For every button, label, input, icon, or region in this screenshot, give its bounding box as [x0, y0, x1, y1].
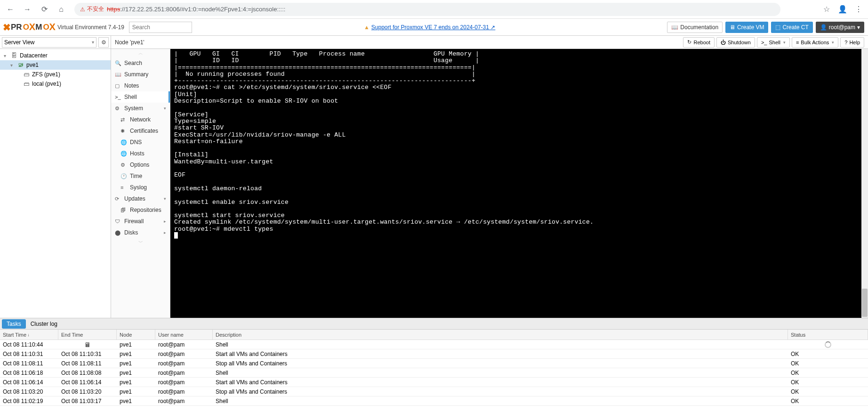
cell-node: pve1	[117, 387, 155, 396]
storage-icon: 🗃	[23, 71, 30, 78]
tab-tasks[interactable]: Tasks	[2, 319, 26, 329]
bulk-actions-button[interactable]: ≡Bulk Actions▾	[792, 37, 838, 48]
shutdown-button[interactable]: ⏻Shutdown	[716, 37, 755, 48]
cell-user: root@pam	[155, 359, 213, 368]
sort-down-icon: ↓	[27, 332, 30, 337]
menu-certificates[interactable]: ✺Certificates	[111, 125, 170, 137]
menu-label: Options	[130, 162, 149, 168]
cell-status: OK	[788, 396, 868, 405]
menu-network[interactable]: ⇄Network	[111, 114, 170, 125]
view-selector[interactable]: Server View ▾	[2, 37, 96, 48]
chevron-down-icon: ▾	[92, 40, 94, 45]
cell-end: Oct 08 11:10:31	[58, 349, 117, 358]
table-row[interactable]: Oct 08 11:08:11Oct 08 11:08:11pve1root@p…	[0, 359, 868, 368]
col-header-desc[interactable]: Description	[213, 330, 788, 339]
reboot-button[interactable]: ↻Reboot	[683, 37, 714, 48]
browser-menu-icon[interactable]: ⋮	[853, 4, 864, 15]
tree-datacenter[interactable]: ▾ 🗄 Datacenter	[0, 51, 111, 60]
cell-desc: Start all VMs and Containers	[213, 378, 788, 387]
create-ct-button[interactable]: ⬚Create CT	[771, 22, 812, 33]
cell-user: root@pam	[155, 340, 213, 349]
menu-disks[interactable]: ⬤Disks▸	[111, 227, 170, 238]
create-vm-button[interactable]: 🖥Create VM	[725, 22, 768, 33]
table-row[interactable]: Oct 08 11:06:14Oct 08 11:06:14pve1root@p…	[0, 378, 868, 387]
shell-terminal[interactable]: | GPU GI CI PID Type Process name GPU Me…	[170, 49, 868, 318]
warning-triangle-icon: ▲	[364, 24, 370, 31]
scroll-down-hint[interactable]: ﹀	[111, 238, 170, 247]
refresh-icon: ⟳	[115, 196, 121, 202]
browser-home-button[interactable]: ⌂	[55, 3, 68, 16]
col-header-user[interactable]: User name	[155, 330, 213, 339]
shell-dropdown-button[interactable]: >_Shell▾	[757, 37, 790, 48]
scroll-up-hint[interactable]: ︿	[111, 49, 170, 57]
table-row[interactable]: Oct 08 11:06:18Oct 08 11:08:08pve1root@p…	[0, 368, 868, 378]
browser-url-bar[interactable]: ⚠ 不安全 https://172.22.25.251:8006/#v1:0:=…	[74, 3, 780, 16]
menu-firewall[interactable]: 🛡Firewall▸	[111, 216, 170, 227]
tree-storage-local[interactable]: 🗃 local (pve1)	[0, 79, 111, 89]
menu-system[interactable]: ⚙System▾	[111, 103, 170, 114]
tree-node-pve1[interactable]: ▾ 🖳 pve1	[0, 60, 111, 70]
expand-arrow-icon[interactable]: ▾	[4, 53, 9, 58]
menu-search[interactable]: 🔍Search	[111, 57, 170, 69]
help-button[interactable]: ?Help	[840, 37, 864, 48]
menu-summary[interactable]: 📖Summary	[111, 69, 170, 80]
menu-label: Summary	[124, 71, 148, 78]
table-row[interactable]: Oct 08 11:10:31Oct 08 11:10:31pve1root@p…	[0, 349, 868, 359]
menu-dns[interactable]: 🌐DNS	[111, 137, 170, 148]
tree-storage-zfs[interactable]: 🗃 ZFS (pve1)	[0, 70, 111, 79]
task-log-panel: Tasks Cluster log Start Time↓ End Time N…	[0, 318, 868, 412]
terminal-scrollbar[interactable]	[861, 49, 868, 318]
menu-shell[interactable]: >_Shell	[111, 91, 170, 103]
col-header-node[interactable]: Node	[117, 330, 155, 339]
menu-updates[interactable]: ⟳Updates▾	[111, 193, 170, 204]
scrollbar-thumb[interactable]	[862, 289, 868, 317]
log-header-row: Start Time↓ End Time Node User name Desc…	[0, 330, 868, 340]
table-row[interactable]: Oct 08 11:10:44🖥pve1root@pamShell	[0, 340, 868, 349]
menu-repositories[interactable]: 🗐Repositories	[111, 204, 170, 216]
user-menu-button[interactable]: 👤root@pam ▾	[816, 22, 864, 33]
monitor-icon: 🖥	[84, 341, 91, 348]
profile-icon[interactable]: 👤	[837, 4, 848, 15]
documentation-button[interactable]: 📖Documentation	[667, 22, 723, 33]
table-row[interactable]: Oct 08 11:02:19Oct 08 11:03:17pve1root@p…	[0, 396, 868, 406]
tree-settings-button[interactable]: ⚙	[98, 37, 109, 48]
view-selector-label: Server View	[4, 39, 34, 46]
resource-tree-panel: Server View ▾ ⚙ ▾ 🗄 Datacenter ▾ 🖳 pve1 …	[0, 36, 111, 318]
menu-hosts[interactable]: 🌐Hosts	[111, 148, 170, 159]
text-cursor-icon: I	[170, 241, 172, 249]
bookmark-star-icon[interactable]: ☆	[821, 4, 832, 15]
browser-reload-button[interactable]: ⟳	[38, 3, 51, 16]
browser-forward-button[interactable]: →	[21, 3, 34, 16]
cell-start: Oct 08 11:06:14	[0, 378, 58, 387]
col-header-end[interactable]: End Time	[58, 330, 117, 339]
proxmox-logo[interactable]: ✖ PROXMOX	[4, 22, 55, 33]
menu-label: Firewall	[124, 218, 144, 225]
cell-status: OK	[788, 368, 868, 377]
logo-text: M	[35, 23, 42, 32]
table-row[interactable]: Oct 08 11:03:20Oct 08 11:03:20pve1root@p…	[0, 387, 868, 396]
global-search-input[interactable]	[129, 22, 192, 33]
tab-cluster-log[interactable]: Cluster log	[26, 319, 62, 329]
insecure-label: 不安全	[87, 5, 104, 13]
cell-desc: Shell	[213, 340, 788, 349]
menu-time[interactable]: 🕐Time	[111, 170, 170, 182]
logo-text: PR	[11, 23, 22, 32]
col-header-status[interactable]: Status	[788, 330, 868, 339]
product-name: Virtual Environment 7.4-19	[57, 24, 124, 31]
menu-options[interactable]: ⚙Options	[111, 159, 170, 170]
menu-notes[interactable]: ▢Notes	[111, 80, 170, 91]
menu-label: DNS	[130, 139, 142, 145]
chevron-right-icon: ▸	[164, 219, 166, 224]
expand-arrow-icon[interactable]: ▾	[10, 63, 16, 68]
logo-text: O	[23, 23, 29, 32]
power-icon: ⏻	[721, 40, 726, 45]
logo-x-icon: ✖	[3, 22, 11, 33]
menu-syslog[interactable]: ≡Syslog	[111, 182, 170, 193]
col-header-start[interactable]: Start Time↓	[0, 330, 58, 339]
cube-icon: ⬚	[775, 24, 780, 31]
eol-warning-link[interactable]: Support for Proxmox VE 7 ends on 2024-07…	[371, 24, 496, 31]
menu-label: Updates	[124, 195, 145, 202]
cell-end: Oct 08 11:03:20	[58, 387, 117, 396]
view-selector-bar: Server View ▾ ⚙	[0, 36, 111, 49]
browser-back-button[interactable]: ←	[4, 3, 17, 16]
